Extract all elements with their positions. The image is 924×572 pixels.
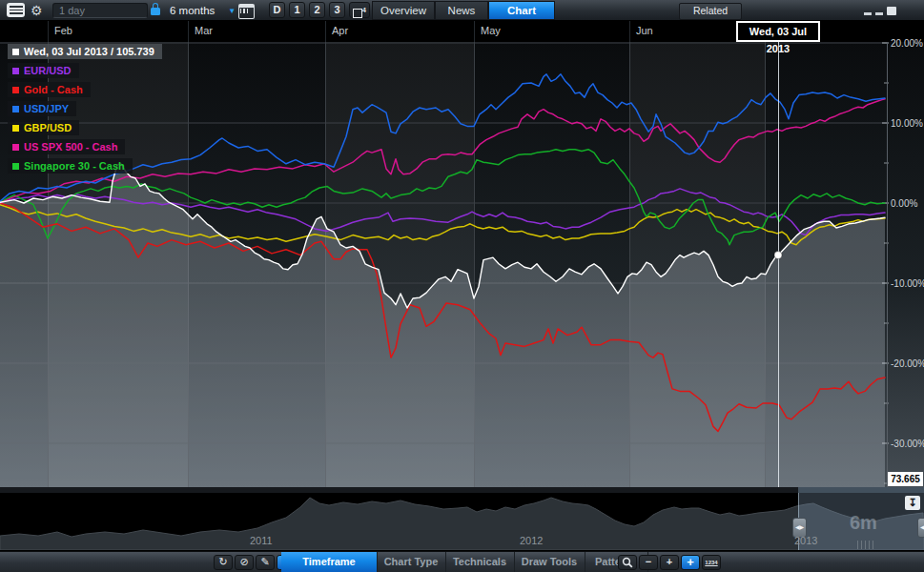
selection-grip[interactable] [857,541,873,549]
legend-item-usd-jpy[interactable]: USD/JPY [8,101,76,116]
legend-swatch [12,125,19,132]
year-label-2012: 2012 [520,535,543,546]
crosshair-marker-dot [774,252,782,259]
tab-technicals[interactable]: Technicals [445,552,515,572]
selection-right-handle[interactable]: ◀▶ [917,518,924,538]
month-separator [325,21,326,42]
month-label-may: May [481,25,501,36]
legend-label: Wed, 03 Jul 2013 / 105.739 [24,46,154,57]
month-separator [188,21,189,42]
magnifier-icon [622,557,633,568]
window-minimize-icon[interactable] [864,12,872,15]
selection-range-label: 6m [850,512,877,534]
layout-button-D[interactable]: D [269,2,285,18]
legend-swatch [12,68,19,74]
layout-button-1[interactable]: 1 [289,2,305,18]
legend-label: GBP/USD [24,122,72,133]
tab-news[interactable]: News [435,1,488,20]
y-axis-label: 10.00% [891,118,923,129]
x-axis-months: Wed, 03 Jul 2013 FebMarAprMayJun [0,21,924,42]
tab-overview[interactable]: Overview [372,1,435,20]
layout-button-2[interactable]: 2 [309,2,325,18]
save-slot-sup: 4 [362,7,366,13]
legend-item-gold-cash[interactable]: Gold - Cash [8,82,91,97]
window-restore-icon[interactable] [875,12,883,15]
crosshair-mode-button[interactable]: + [681,555,700,570]
values-display-button[interactable]: 1234 [702,555,721,570]
navigator-panel: 6m ◀▶ ◀▶ ↧ 201120122013 [0,487,924,551]
price-chart-canvas[interactable] [0,42,924,487]
refresh-icon[interactable]: ↻ [214,555,233,570]
save-slot-icon [353,9,362,18]
y-axis-label: 20.00% [891,38,923,49]
navigator-scroll-thumb[interactable] [798,487,924,493]
legend-item-singapore-30-cash[interactable]: Singapore 30 - Cash [8,158,133,174]
tab-timeframe[interactable]: Timeframe [281,552,378,572]
legend-label: US SPX 500 - Cash [24,141,117,153]
calendar-icon[interactable] [238,4,255,19]
year-label-2011: 2011 [250,535,273,546]
y-axis-label: -30.00% [891,439,924,449]
layout-button-3[interactable]: 3 [329,2,345,18]
legend-swatch [12,163,19,170]
trading-app-window: ⚙ 1 day 6 months▼ D 1 2 3 4 5 ⚙ Overview… [0,0,924,572]
navigator-area [0,498,924,550]
tab-chart-type[interactable]: Chart Type [377,552,446,572]
window-maximize-icon[interactable] [887,7,896,15]
related-button[interactable]: Related [679,3,742,20]
legend-label: Gold - Cash [24,84,83,95]
month-separator [629,21,630,42]
month-label-mar: Mar [195,25,213,36]
tab-draw-tools[interactable]: Draw Tools [514,552,585,572]
y-axis-label: -10.00% [891,278,924,289]
y-axis-label: -20.00% [891,358,924,369]
legend-item-us-spx-500-cash[interactable]: US SPX 500 - Cash [8,139,125,154]
last-value-badge: 73.665 [888,472,923,486]
navigator-scroll-track[interactable] [0,487,924,493]
zoom-in-button[interactable]: + [660,555,679,570]
legend-swatch [12,144,19,151]
tab-chart[interactable]: Chart [488,1,555,20]
clear-drawings-icon[interactable]: ⊘ [235,555,254,570]
month-separator [474,21,475,42]
legend-label: EUR/USD [24,65,72,76]
collapse-navigator-button[interactable]: ↧ [905,496,920,510]
range-dropdown[interactable]: 6 months▼ [170,0,236,21]
legend-swatch [12,87,19,93]
month-separator [48,21,49,42]
interval-input[interactable]: 1 day [52,3,148,18]
y-axis-label: 0.00% [891,198,917,209]
zoom-search-icon[interactable] [618,555,637,570]
legend-label: USD/JPY [24,103,69,114]
month-label-apr: Apr [332,25,348,36]
bottom-toolbar: ↻ ⊘ ✎ ⇅ Timeframe Chart Type Technicals … [0,551,924,572]
lock-icon [151,8,160,15]
legend-swatch [12,49,19,55]
legend-label: Singapore 30 - Cash [24,160,125,172]
chevron-down-icon: ▼ [228,7,236,15]
legend-item-main[interactable]: Wed, 03 Jul 2013 / 105.739 [8,44,162,59]
navigator-canvas[interactable] [0,493,924,550]
save-layout-4-button[interactable]: 4 [349,2,370,18]
month-label-feb: Feb [54,25,72,36]
menu-icon[interactable] [7,3,25,17]
legend-item-eur-usd[interactable]: EUR/USD [8,63,79,78]
legend-item-gbp-usd[interactable]: GBP/USD [8,120,79,135]
year-label-2013: 2013 [794,535,817,546]
pencil-draw-icon[interactable]: ✎ [256,555,275,570]
month-label-jun: Jun [636,25,653,36]
zoom-out-button[interactable]: − [639,555,658,570]
settings-gear-icon[interactable]: ⚙ [31,0,43,21]
crosshair-date-tooltip: Wed, 03 Jul 2013 [736,21,820,42]
legend-swatch [12,106,19,112]
main-chart[interactable]: 73.665 20.00%10.00%0.00%-10.00%-20.00%-3… [0,42,924,487]
range-dropdown-value: 6 months [170,5,215,16]
top-toolbar: ⚙ 1 day 6 months▼ D 1 2 3 4 5 ⚙ Overview… [0,0,924,21]
